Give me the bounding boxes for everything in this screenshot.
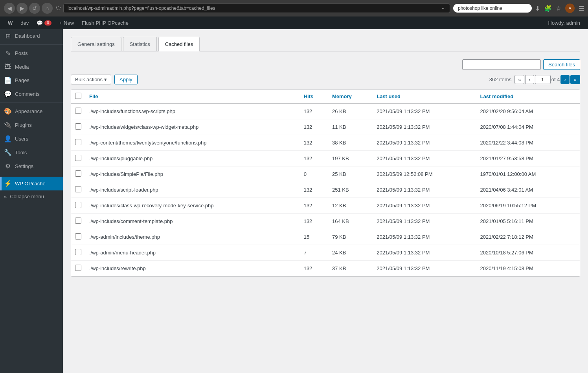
sidebar-item-pages[interactable]: 📄 Pages <box>0 73 63 87</box>
sidebar-item-appearance[interactable]: 🎨 Appearance <box>0 104 63 118</box>
search-files-button[interactable]: Search files <box>543 59 580 70</box>
files-table: File Hits Memory Last used Last modified <box>71 90 580 276</box>
wp-logo-item[interactable]: W <box>4 16 17 29</box>
row-checkbox-10[interactable] <box>75 265 81 271</box>
pagination-prev[interactable]: ‹ <box>525 75 534 84</box>
first-page-icon: « <box>518 77 521 82</box>
sidebar-label-media: Media <box>15 64 29 70</box>
cell-hits-9: 7 <box>300 245 328 261</box>
cell-file-1: ./wp-includes/widgets/class-wp-widget-me… <box>85 119 300 135</box>
cell-memory-5: 251 KB <box>328 182 373 198</box>
browser-search-bar[interactable]: photoshop like online <box>453 4 532 13</box>
cell-memory-2: 38 KB <box>328 135 373 151</box>
table-row: ./wp-admin/includes/theme.php1579 KB2021… <box>71 229 580 245</box>
sidebar-item-comments[interactable]: 💬 Comments <box>0 87 63 101</box>
row-checkbox-1[interactable] <box>75 123 81 130</box>
sidebar-label-comments: Comments <box>15 91 40 97</box>
tab-statistics-label: Statistics <box>130 41 150 47</box>
cell-file-7: ./wp-includes/comment-template.php <box>85 214 300 229</box>
cell-last_modified-7: 2021/01/05 5:16:11 PM <box>476 214 580 229</box>
cell-memory-0: 26 KB <box>328 104 373 119</box>
tab-statistics[interactable]: Statistics <box>123 37 157 51</box>
admin-bar-comments[interactable]: 💬 0 <box>33 16 55 29</box>
sidebar-item-settings[interactable]: ⚙ Settings <box>0 159 63 173</box>
back-button[interactable]: ◀ <box>4 3 15 14</box>
cell-last_used-8: 2021/05/09 1:13:32 PM <box>373 229 476 245</box>
row-checkbox-0[interactable] <box>75 108 81 114</box>
cell-last_used-10: 2021/05/09 1:13:32 PM <box>373 261 476 276</box>
search-input[interactable] <box>462 59 541 70</box>
pagination-next[interactable]: › <box>560 75 569 84</box>
cell-last_used-7: 2021/05/09 1:13:32 PM <box>373 214 476 229</box>
pagination-first[interactable]: « <box>514 75 524 84</box>
sidebar-item-wp-opcache[interactable]: ⚡ WP OPcache <box>0 177 63 190</box>
sidebar-item-users[interactable]: 👤 Users <box>0 132 63 146</box>
forward-button[interactable]: ▶ <box>17 3 28 14</box>
row-checkbox-7[interactable] <box>75 218 81 224</box>
home-button[interactable]: ⌂ <box>42 3 53 14</box>
table-row: ./wp-includes/functions.wp-scripts.php13… <box>71 104 580 119</box>
tab-general-label: General settings <box>77 41 115 47</box>
sidebar-item-media[interactable]: 🖼 Media <box>0 60 63 73</box>
column-last-used[interactable]: Last used <box>373 90 476 104</box>
row-checkbox-4[interactable] <box>75 170 81 177</box>
row-checkbox-9[interactable] <box>75 249 81 255</box>
reload-button[interactable]: ↺ <box>29 3 40 14</box>
last-page-icon: » <box>574 77 577 82</box>
page-number-input[interactable] <box>535 75 551 84</box>
plugins-icon: 🔌 <box>4 121 12 129</box>
column-file[interactable]: File <box>85 90 300 104</box>
admin-bar-site[interactable]: dev <box>17 16 33 29</box>
row-checkbox-2[interactable] <box>75 139 81 145</box>
admin-bar-new[interactable]: + New <box>55 16 78 29</box>
sidebar-divider-1 <box>0 44 63 45</box>
row-checkbox-8[interactable] <box>75 233 81 240</box>
cell-last_modified-9: 2020/10/18 5:27:06 PM <box>476 245 580 261</box>
bulk-actions-dropdown[interactable]: Bulk actions ▾ <box>71 75 111 84</box>
address-bar[interactable]: localhost/wp-admin/admin.php?page=flush-… <box>63 4 450 13</box>
comments-icon: 💬 <box>4 90 12 98</box>
tab-cached-files[interactable]: Cached files <box>158 37 200 51</box>
select-all-checkbox[interactable] <box>75 93 81 99</box>
cell-file-8: ./wp-admin/includes/theme.php <box>85 229 300 245</box>
sidebar-item-plugins[interactable]: 🔌 Plugins <box>0 118 63 132</box>
cell-file-0: ./wp-includes/functions.wp-scripts.php <box>85 104 300 119</box>
sidebar-item-posts[interactable]: ✎ Posts <box>0 46 63 60</box>
extensions-icon[interactable]: 🧩 <box>544 5 552 12</box>
tab-general-settings[interactable]: General settings <box>71 37 121 51</box>
settings-icon: ⚙ <box>4 163 12 170</box>
cell-memory-10: 37 KB <box>328 261 373 276</box>
pagination-last[interactable]: » <box>570 75 580 84</box>
new-label: + New <box>59 20 74 26</box>
collapse-menu-button[interactable]: « Collapse menu <box>0 190 63 203</box>
sidebar-label-wp-opcache: WP OPcache <box>15 181 46 186</box>
browser-avatar[interactable]: A <box>565 4 575 13</box>
collapse-icon: « <box>4 194 7 199</box>
menu-icon[interactable]: ☰ <box>579 5 584 12</box>
table-body: ./wp-includes/functions.wp-scripts.php13… <box>71 104 580 276</box>
table-header-row: File Hits Memory Last used Last modified <box>71 90 580 104</box>
media-icon: 🖼 <box>4 63 12 70</box>
sidebar-item-dashboard[interactable]: ⊞ Dashboard <box>0 29 63 43</box>
sidebar-item-tools[interactable]: 🔧 Tools <box>0 146 63 159</box>
sidebar-label-posts: Posts <box>15 50 28 56</box>
column-memory[interactable]: Memory <box>328 90 373 104</box>
admin-bar-flush[interactable]: Flush PHP OPcache <box>78 16 132 29</box>
bookmarks-icon[interactable]: ☆ <box>556 5 561 12</box>
sidebar-label-users: Users <box>15 136 28 142</box>
column-last-modified[interactable]: Last modified <box>476 90 580 104</box>
cell-last_used-4: 2021/05/09 12:52:08 PM <box>373 166 476 182</box>
apply-button[interactable]: Apply <box>114 75 138 84</box>
main-content: General settings Statistics Cached files… <box>63 29 588 373</box>
appearance-icon: 🎨 <box>4 108 12 115</box>
bulk-actions-label: Bulk actions <box>75 77 103 82</box>
row-checkbox-3[interactable] <box>75 155 81 161</box>
column-last-modified-label: Last modified <box>480 93 514 99</box>
cell-memory-9: 24 KB <box>328 245 373 261</box>
column-hits[interactable]: Hits <box>300 90 328 104</box>
row-checkbox-5[interactable] <box>75 186 81 192</box>
tabs-container: General settings Statistics Cached files <box>71 37 580 51</box>
download-icon[interactable]: ⬇ <box>535 5 540 12</box>
address-bar-container: 🛡 localhost/wp-admin/admin.php?page=flus… <box>56 4 450 13</box>
row-checkbox-6[interactable] <box>75 202 81 208</box>
